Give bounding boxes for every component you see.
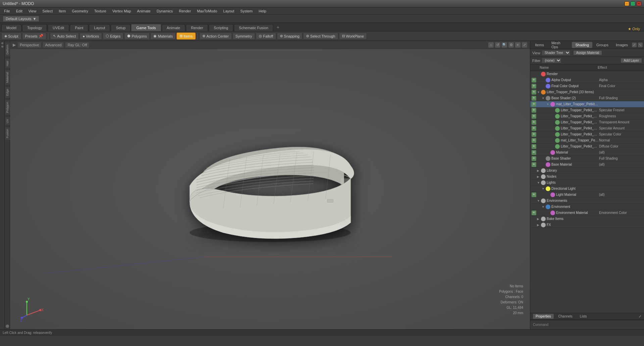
tree-toggle-icon[interactable]: ▼ (537, 91, 541, 94)
workplane-button[interactable]: ⊟ WorkPlane (339, 33, 367, 40)
tree-row[interactable]: 👁Litter_Trapper_Petkit_Diffuse (Image)Di… (530, 143, 644, 150)
tree-row[interactable]: 👁▼Litter_Trapper_Petkit (33 Items) (530, 89, 644, 95)
viewport-collapse-icon[interactable]: ▶ (13, 43, 16, 47)
tree-toggle-icon[interactable]: ▼ (542, 97, 546, 100)
shader-tree[interactable]: Render👁Alpha OutputAlpha👁Final Color Out… (530, 71, 644, 313)
right-tab-items[interactable]: Items (532, 42, 547, 48)
tab-layout[interactable]: Layout (89, 24, 110, 31)
tree-row[interactable]: 👁Base Material(all) (530, 162, 644, 168)
properties-tab[interactable]: Properties (533, 314, 554, 319)
visibility-eye-button[interactable]: 👁 (532, 108, 536, 113)
edges-button[interactable]: ⬡ Edges (103, 33, 123, 40)
layout-dropdown[interactable]: Default Layouts ▼ (3, 16, 39, 22)
tab-model[interactable]: Model (1, 24, 21, 31)
tree-row[interactable]: 👁Litter_Trapper_Petkit_Reflection (Im...… (530, 131, 644, 137)
tree-row[interactable]: ▶Nodes (530, 174, 644, 180)
menu-maxtomodo[interactable]: MaxToModo (194, 8, 220, 14)
tab-setup[interactable]: Setup (111, 24, 131, 31)
maximize-button[interactable]: □ (631, 1, 635, 6)
right-tab-mesh-ops[interactable]: Mesh Ops (548, 40, 572, 50)
visibility-eye-button[interactable]: 👁 (532, 78, 536, 82)
view-dropdown[interactable]: Shader Tree (542, 50, 571, 56)
tab-topology[interactable]: Topology (22, 24, 47, 31)
sidebar-tab-hair[interactable]: Hair (5, 58, 10, 69)
tab-add-button[interactable]: + (274, 23, 282, 31)
menu-texture[interactable]: Texture (92, 8, 109, 14)
tree-row[interactable]: 👁Litter_Trapper_Petkit_Fresnel (Image)Sp… (530, 107, 644, 113)
sidebar-tab-fusion[interactable]: Fusion (5, 127, 10, 140)
tree-toggle-icon[interactable]: ▼ (542, 205, 546, 209)
tree-toggle-icon[interactable]: ▶ (537, 169, 541, 172)
visibility-eye-button[interactable]: 👁 (532, 96, 536, 101)
tree-row[interactable]: ▼Directional Light (530, 186, 644, 192)
menu-render[interactable]: Render (176, 8, 194, 14)
tree-row[interactable]: ▶Library (530, 168, 644, 174)
viewport-icon-home[interactable]: ⌂ (488, 42, 494, 48)
viewport-icon-zoom-in[interactable]: 🔍 (502, 42, 507, 48)
presets-button[interactable]: Presets 📌 (22, 33, 46, 40)
assign-material-button[interactable]: Assign Material (573, 50, 602, 55)
tree-toggle-icon[interactable]: ▼ (542, 187, 546, 190)
menu-system[interactable]: System (238, 8, 255, 14)
tree-toggle-icon[interactable]: ▼ (537, 181, 541, 184)
right-panel-expand-icon[interactable]: ⤢ (632, 43, 637, 47)
viewport-icon-settings[interactable]: ⚙ (508, 42, 514, 48)
right-tab-shading[interactable]: Shading (572, 42, 592, 48)
menu-select[interactable]: Select (40, 8, 55, 14)
visibility-eye-button[interactable]: 👁 (532, 90, 536, 95)
action-center-button[interactable]: ⊕ Action Center (199, 33, 232, 40)
auto-select-button[interactable]: ↖ Auto Select (50, 33, 79, 40)
tree-toggle-icon[interactable]: ▶ (537, 223, 541, 227)
visibility-eye-button[interactable]: 👁 (532, 144, 536, 149)
viewport-advanced-label[interactable]: Advanced (43, 42, 63, 48)
tree-row[interactable]: 👁▼Base Shader (2)Full Shading (530, 95, 644, 101)
tree-row[interactable]: ▼Environments (530, 198, 644, 204)
right-tab-images[interactable]: Images (612, 42, 631, 48)
tree-row[interactable]: 👁Alpha OutputAlpha (530, 77, 644, 83)
visibility-eye-button[interactable]: 👁 (532, 84, 536, 89)
viewport-perspective-label[interactable]: Perspective (18, 42, 41, 48)
close-button[interactable]: ✕ (637, 1, 641, 6)
tree-row[interactable]: 👁Environment MaterialEnvironment Color (530, 210, 644, 216)
sidebar-tab-material[interactable]: Material (5, 70, 10, 85)
tree-row[interactable]: 👁Base ShaderFull Shading (530, 156, 644, 162)
sidebar-tab-uv[interactable]: UV (5, 117, 10, 126)
tree-row[interactable]: ▼Environment (530, 204, 644, 210)
tree-row[interactable]: 👁▼mat_Litter_Trapper_Petkit (Material) (530, 101, 644, 107)
menu-edit[interactable]: Edit (13, 8, 25, 14)
visibility-eye-button[interactable]: 👁 (532, 211, 536, 215)
polygons-button[interactable]: ⬢ Polygons (124, 33, 150, 40)
tree-row[interactable]: ▶FX (530, 222, 644, 228)
visibility-eye-button[interactable]: 👁 (532, 126, 536, 131)
menu-file[interactable]: File (1, 8, 13, 14)
tab-schematic-fusion[interactable]: Schematic Fusion (234, 24, 273, 31)
items-button[interactable]: ⊞ Items (177, 33, 196, 40)
tree-row[interactable]: 👁Litter_Trapper_Petkit_Reflection (Im...… (530, 125, 644, 131)
add-layer-button[interactable]: Add Layer (621, 58, 642, 63)
select-through-button[interactable]: ⊜ Select Through (303, 33, 338, 40)
tree-toggle-icon[interactable]: ▼ (537, 199, 541, 203)
menu-layout[interactable]: Layout (220, 8, 237, 14)
symmetry-button[interactable]: Symmetry (233, 33, 255, 40)
vertices-button[interactable]: ● Vertices (80, 33, 102, 40)
menu-vertex-map[interactable]: Vertex Map (110, 8, 134, 14)
snapping-button[interactable]: ⊛ Snapping (277, 33, 303, 40)
menu-geometry[interactable]: Geometry (69, 8, 91, 14)
channels-tab[interactable]: Channels (556, 314, 575, 319)
menu-item[interactable]: Item (56, 8, 68, 14)
tree-toggle-icon[interactable]: ▶ (537, 217, 541, 221)
sidebar-tab-polygon[interactable]: Polygon (5, 100, 10, 115)
viewport-icon-expand[interactable]: ⤢ (522, 42, 527, 48)
tab-render[interactable]: Render (186, 24, 208, 31)
menu-help[interactable]: Help (256, 8, 269, 14)
visibility-eye-button[interactable]: 👁 (532, 102, 536, 107)
tree-row[interactable]: Render (530, 71, 644, 77)
tree-row[interactable]: ▼Lights (530, 180, 644, 186)
visibility-eye-button[interactable]: 👁 (532, 156, 536, 161)
tree-row[interactable]: 👁Litter_Trapper_Petkit_Glossines (Ima...… (530, 113, 644, 119)
tab-game-tools[interactable]: Game Tools (131, 24, 161, 31)
tree-row[interactable]: 👁Material(all) (530, 150, 644, 156)
visibility-eye-button[interactable]: 👁 (532, 120, 536, 125)
visibility-eye-button[interactable]: 👁 (532, 162, 536, 167)
menu-animate[interactable]: Animate (134, 8, 153, 14)
